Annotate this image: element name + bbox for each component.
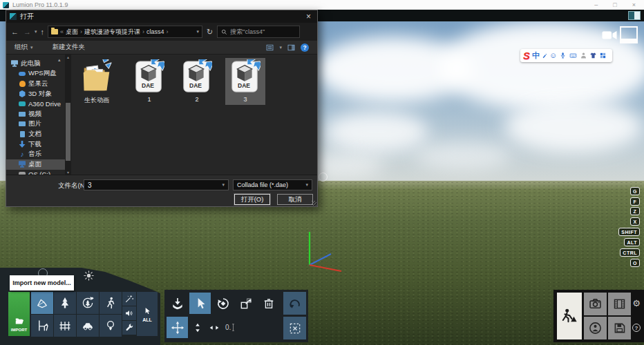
move-horizontal-button[interactable] — [206, 317, 222, 338]
weather-sun-icon[interactable] — [83, 270, 95, 282]
skin-icon[interactable] — [589, 52, 597, 59]
category-fine-nature-button[interactable] — [77, 292, 99, 314]
file-item-1[interactable]: DAE 1 — [129, 58, 169, 105]
scroll-down-icon[interactable]: ▾ — [67, 170, 69, 175]
dialog-help-button[interactable]: ? — [301, 43, 309, 52]
breadcrumb-class4[interactable]: class4 — [146, 28, 164, 35]
search-box[interactable]: 搜索"class4" — [217, 26, 300, 38]
person-icon[interactable] — [580, 52, 587, 59]
category-sound-button[interactable] — [122, 306, 136, 320]
keyboard-icon[interactable] — [569, 52, 578, 59]
panel-toggle-icon[interactable] — [628, 11, 641, 20]
sidebar-item-documents[interactable]: 文档 — [6, 129, 65, 139]
pen-icon[interactable] — [542, 53, 547, 59]
sidebar-item-a360-drive[interactable]: A360 Drive — [6, 99, 65, 109]
category-trees-button[interactable] — [54, 292, 76, 314]
category-character-button[interactable] — [100, 292, 122, 314]
category-utilities-button[interactable] — [122, 321, 136, 335]
sidebar-item-downloads[interactable]: 下载 — [6, 139, 65, 150]
back-button[interactable]: ← — [10, 28, 20, 36]
key-shift[interactable]: SHIFT — [618, 228, 640, 236]
category-all-button[interactable]: ALL — [137, 292, 158, 336]
microphone-icon[interactable] — [559, 52, 567, 59]
address-bar[interactable]: « 桌面 › 建筑漫游专项提升课 › class4 › ▾ — [48, 26, 202, 38]
preview-pane-icon[interactable] — [287, 43, 296, 52]
select-object-button[interactable] — [189, 293, 211, 314]
sidebar-item-os-c[interactable]: OS (C:) — [6, 170, 65, 175]
key-g[interactable]: G — [630, 187, 640, 195]
filename-input[interactable]: 3 ▾ — [84, 179, 229, 190]
sidebar-scrollbar[interactable]: ▴ ▾ — [65, 55, 71, 175]
emoji-icon[interactable]: ☺ — [549, 52, 557, 59]
offset-value-field[interactable]: 0. — [225, 317, 235, 338]
file-type-dropdown-icon[interactable]: ▾ — [305, 182, 308, 188]
file-item-2[interactable]: DAE 2 — [177, 58, 217, 105]
breadcrumb-course[interactable]: 建筑漫游专项提升课 — [84, 28, 140, 37]
delete-object-button[interactable] — [258, 293, 279, 314]
scrollbar-thumb[interactable] — [66, 103, 70, 161]
refresh-button[interactable]: ↻ — [205, 28, 215, 37]
forward-button[interactable]: → — [22, 28, 32, 36]
sidebar-item-music[interactable]: ♪音乐 — [6, 149, 65, 159]
sidebar-item-this-pc[interactable]: 此电脑 — [6, 59, 65, 69]
sidebar-item-videos[interactable]: 视频 — [6, 109, 65, 119]
view-dropdown-icon[interactable]: ▾ — [279, 45, 282, 50]
key-o[interactable]: O — [630, 259, 640, 267]
photo-frame-icon[interactable] — [620, 26, 638, 43]
undo-button[interactable] — [283, 292, 306, 315]
movie-mode-button[interactable] — [608, 293, 631, 315]
photo-mode-button[interactable] — [584, 293, 607, 315]
settings-button[interactable]: ⚙ — [631, 297, 642, 308]
build-mode-button[interactable] — [557, 293, 582, 339]
resize-grip[interactable] — [312, 201, 316, 206]
key-x[interactable]: X — [630, 217, 640, 226]
key-alt[interactable]: ALT — [624, 238, 640, 246]
cancel-button[interactable]: 取消 — [277, 194, 313, 205]
recent-locations-button[interactable]: ▾ — [35, 29, 37, 34]
close-button[interactable]: × — [632, 1, 636, 8]
category-transport-button[interactable] — [77, 315, 99, 337]
new-folder-button[interactable]: 新建文件夹 — [53, 43, 86, 52]
key-z[interactable]: Z — [630, 207, 640, 215]
scroll-up-icon[interactable]: ▴ — [67, 55, 69, 59]
videocam-icon[interactable] — [600, 29, 618, 41]
files-mode-button[interactable] — [608, 317, 631, 339]
sidebar-item-nutstore[interactable]: 坚果云 — [6, 79, 65, 89]
breadcrumb-separator-icon[interactable]: › — [80, 28, 82, 35]
up-button[interactable]: ↑ — [39, 28, 46, 36]
dialog-titlebar[interactable]: 打开 × — [6, 10, 317, 23]
scale-object-button[interactable] — [235, 293, 256, 314]
breadcrumb-separator-icon[interactable]: › — [142, 28, 144, 35]
panorama-mode-button[interactable] — [584, 317, 607, 339]
category-effects-button[interactable] — [122, 292, 136, 306]
key-f[interactable]: F — [630, 197, 640, 206]
file-type-select[interactable]: Collada file (*.dae) ▾ — [233, 179, 312, 190]
category-furniture-button[interactable] — [31, 315, 53, 337]
ime-language-toggle[interactable]: 中 — [532, 50, 540, 61]
import-button[interactable]: IMPORT — [8, 292, 30, 336]
file-item-folder[interactable]: 生长动画 — [77, 58, 117, 107]
sidebar-item-wps-drive[interactable]: WPS网盘 — [6, 69, 65, 79]
category-nature-button[interactable] — [31, 292, 53, 314]
view-options-icon[interactable] — [265, 43, 274, 52]
rotate-object-button[interactable] — [212, 293, 234, 314]
place-object-button[interactable] — [167, 293, 188, 314]
breadcrumb-separator-icon[interactable]: › — [167, 28, 169, 35]
sidebar-item-3d-objects[interactable]: 3D 对象 — [6, 89, 65, 99]
ime-logo[interactable]: S — [523, 50, 530, 61]
marquee-select-button[interactable] — [283, 317, 306, 339]
move-vertical-button[interactable] — [189, 317, 206, 338]
breadcrumb-desktop[interactable]: 桌面 — [66, 28, 78, 37]
filename-dropdown-icon[interactable]: ▾ — [222, 182, 225, 188]
move-object-button[interactable] — [167, 317, 188, 338]
category-lights-button[interactable] — [100, 315, 122, 337]
dialog-close-button[interactable]: × — [306, 12, 317, 21]
address-dropdown-icon[interactable]: ▾ — [197, 29, 200, 34]
organize-button[interactable]: 组织 ▾ — [15, 43, 33, 52]
breadcrumb-overflow[interactable]: « — [60, 28, 64, 35]
key-ctrl[interactable]: CTRL — [620, 248, 640, 257]
help-button[interactable]: ? — [631, 322, 642, 333]
sidebar-item-pictures[interactable]: 图片 — [6, 119, 65, 130]
maximize-button[interactable]: □ — [613, 1, 616, 8]
ime-toolbar[interactable]: S 中 ☺ — [520, 49, 612, 62]
